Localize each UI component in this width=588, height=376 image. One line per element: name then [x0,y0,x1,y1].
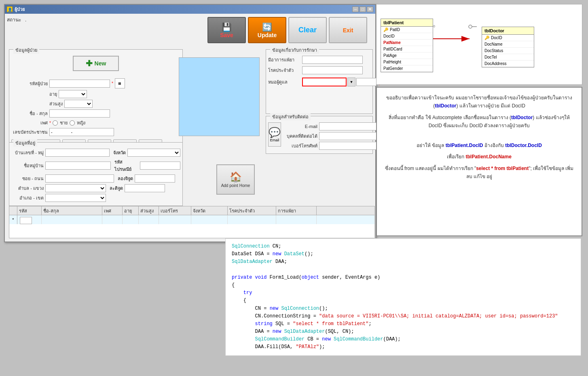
maximize-button[interactable]: □ [360,6,366,12]
doctor-id-input[interactable] [356,78,375,86]
update-button[interactable]: 🔄 Update [248,17,286,43]
email-row: E-mail [285,122,375,130]
doctor-input[interactable] [302,78,347,86]
person-row: บุคคลที่ติดต่อได้ [285,132,375,140]
subdistrict-label: ตำบล - แขวง [11,185,44,192]
info-line2: สิ่งที่มอยากทำคือ ใช้ Autocomplete เลือก… [383,113,575,130]
new-icon: ✚ [86,59,93,68]
grid-col-province: จังหวัด [191,206,228,215]
email-label: E-mail [285,124,317,129]
clear-button[interactable]: Clear [288,17,327,43]
code-line6: { [232,281,575,289]
main-window: 👤 ผู้ป่วย ─ □ ✕ สถานะ . 💾 Save 🔄 Update … [4,4,376,242]
name-row: ชื่อ - สกุล [11,109,180,118]
lon-input[interactable] [135,174,175,183]
code-line7: try [232,289,575,297]
tbl-patient: tblPatient 🔑PatID DocID PatName PatIDCar… [381,19,433,72]
toolbar: 💾 Save 🔄 Update Clear Exit [207,17,367,43]
status-label: สถานะ [7,16,21,23]
id-card-input[interactable] [49,128,114,136]
disease-input[interactable] [302,66,363,74]
height-dropdown[interactable] [64,100,93,108]
code-line11: string SQL = "select * from tblPatient"; [232,320,575,328]
alley-label: ซอย - ถนน [11,175,44,182]
contact-section: ข้อมูลที่อยู่ บ้านเลขที่ - หมู่ จังหวัด … [9,142,183,206]
code-line5: private void Form1_Load(object sender, E… [232,274,575,281]
name-input[interactable] [49,109,110,118]
window-title: ผู้ป่วย [15,6,25,13]
postal-label: รหัสไปรษณีย์ [114,158,138,173]
female-radio[interactable] [70,120,75,126]
subdistrict-dropdown[interactable] [45,184,106,192]
tbl-patient-patidcard: PatIDCard [381,46,433,53]
info-line1: ขออธิบายเพื่อความเข้าใจนะครับ ผมอยากโชรา… [383,94,575,110]
doctor-dropdown-button[interactable]: ▼ [347,78,355,86]
gender-radio-group: ชาย หญิง [53,119,85,126]
id-card-label: เลขบัตรประชาชน [11,128,48,136]
alley-input[interactable] [45,174,114,183]
close-button[interactable]: ✕ [367,6,373,12]
status-value: . [25,17,26,23]
tbl-patient-header: tblPatient [381,19,433,27]
province-dropdown[interactable] [127,149,180,157]
info-box: ขออธิบายเพื่อความเข้าใจนะครับ ผมอยากโชรา… [376,87,582,236]
tbl-patient-patgender: PatGender [381,65,433,72]
postal-input[interactable] [140,162,180,170]
tbl-patient-patname: PatName [381,40,433,46]
district-row: อำเภอ - เขต [11,194,180,202]
subdistrict-row: ตำบล - แขวง ละติจูด [11,184,180,192]
allergy-input[interactable] [302,56,363,64]
code-line2: DataSet DSA = new DataSet(); [232,250,575,258]
grid-col-name: ชื่อ-สกุล [42,206,102,215]
tbl-patient-patage: PatAge [381,53,433,59]
grid-col-disease: โรคประจำตัว [228,206,276,215]
minimize-button[interactable]: ─ [352,6,359,12]
district-dropdown[interactable] [45,194,106,202]
patient-id-row: รหัสผู้ป่วย * ▦ [11,78,180,88]
grid-row-marker: * [9,215,17,224]
contact-right-section: ข้อมูลสำหรับติดต่อ 💬 Email E-mail บุคคลท… [266,116,373,154]
contact-right-title: ข้อมูลสำหรับติดต่อ [270,113,311,120]
person-input[interactable] [319,132,375,140]
tbl-doctor: tblDoctor 🔑DocID DocName DocStatus DocTe… [482,27,534,67]
tbl-patient-patheight: PatHeight [381,59,433,65]
grid-col-height: ส่วนสูง [139,206,159,215]
save-button[interactable]: 💾 Save [207,17,246,43]
code-line12: DAA = new SqlDataAdapter(SQL, CN); [232,328,575,336]
home-icon: 🏠 [230,171,242,183]
male-radio[interactable] [53,120,58,126]
patient-id-input[interactable] [49,80,110,88]
lat-input[interactable] [125,184,165,192]
gender-label: เพศ [11,119,48,126]
window-icon: 👤 [7,6,13,12]
code-line8: { [232,297,575,305]
gender-row: เพศ * ชาย หญิง [11,119,180,126]
village-row: ชื่อหมู่บ้าน รหัสไปรษณีย์ [11,158,180,173]
grid-edit-cell[interactable] [20,217,32,224]
age-dropdown[interactable] [59,90,87,98]
new-button[interactable]: ✚ New [73,56,119,71]
doctor-label: หมอผู้ดูแล [268,78,300,86]
grid-col-phone: เบอร์โทร [159,206,191,215]
code-line1: SqlConnection CN; [232,243,575,250]
phone-input[interactable] [319,142,375,150]
disease-row: โรคประจำตัว [268,66,370,74]
email-input[interactable] [319,122,375,130]
address-input[interactable] [45,149,110,157]
exit-button[interactable]: Exit [329,17,367,43]
email-button[interactable]: 💬 Email [268,122,281,147]
height-label: ส่วนสูง [49,100,63,107]
address-row: บ้านเลขที่ - หมู่ จังหวัด [11,149,180,157]
code-line3: SqlDataAdapter DAA; [232,258,575,266]
info-line4: เพื่อเรียก tblPatient.DocName [383,153,575,161]
village-input[interactable] [45,162,111,170]
db-diagram: ∞ tblPatient 🔑PatID DocID PatName PatIDC… [376,4,582,85]
province-label: จังหวัด [113,149,126,156]
tbl-doctor-docstatus: DocStatus [482,48,534,54]
code-line9: CN = new SqlConnection(); [232,305,575,313]
key-icon-2: 🔑 [484,36,489,40]
add-point-home-button[interactable]: 🏠 Add point Home [216,164,255,195]
tbl-patient-docid: DocID [381,33,433,40]
lon-label: ลองจิจูด [118,175,133,182]
tbl-doctor-doctel: DocTel [482,54,534,61]
